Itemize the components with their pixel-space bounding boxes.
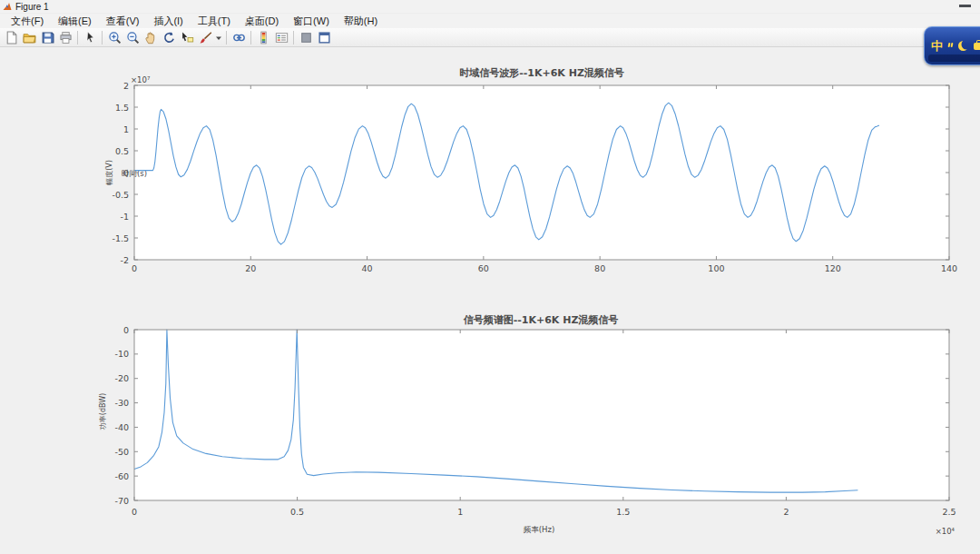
ime-gloss [928, 54, 980, 62]
toolbox-icon[interactable] [974, 43, 980, 50]
menu-item-window[interactable]: 窗口(W) [286, 14, 337, 29]
y-tick-label: 0 [123, 325, 129, 335]
y-tick-label: -1.5 [112, 233, 129, 243]
data-cursor-icon [181, 31, 194, 45]
save-icon [41, 31, 54, 45]
spectrum-plot[interactable]: 频率(Hz)00.511.522.5-70-60-50-40-30-20-100… [99, 314, 956, 536]
x-tick-label: 120 [825, 263, 841, 273]
dock-figure-icon [299, 31, 313, 45]
y-tick-label: -0.5 [112, 190, 129, 200]
menu-item-help[interactable]: 帮助(H) [337, 14, 385, 29]
menu-item-insert[interactable]: 插入(I) [146, 14, 190, 29]
insert-legend-icon [275, 31, 289, 45]
brush-button[interactable] [196, 29, 214, 45]
plot-background [134, 330, 949, 500]
chevron-down-icon [215, 31, 222, 45]
print-button[interactable] [56, 29, 74, 45]
figure-canvas: 时间(s)020406080100120140-2-1.5-1-0.500.51… [0, 0, 980, 554]
x-tick-label: 140 [941, 263, 957, 273]
y-tick-label: -20 [114, 373, 129, 383]
y-tick-label: -10 [114, 349, 129, 359]
undock-figure-icon [318, 31, 331, 45]
x-tick-label: 20 [245, 263, 256, 273]
y-tick-label: -1 [121, 212, 129, 222]
window-title: Figure 1 [15, 2, 49, 12]
toolbar-separator [293, 31, 294, 45]
x-tick-label: 1 [457, 507, 463, 517]
ime-mode-chinese[interactable]: 中 [931, 40, 943, 52]
brush-icon [199, 31, 212, 45]
x-tick-label: 2.5 [942, 507, 956, 517]
x-tick-label: 60 [478, 263, 489, 273]
y-tick-label: -60 [114, 471, 129, 481]
y-tick-label: 0 [123, 168, 129, 178]
y-tick-label: 1.5 [115, 103, 129, 113]
y-tick-label: 0.5 [115, 146, 129, 156]
brush-dropdown-button[interactable] [214, 29, 223, 45]
rotate-3d-button[interactable] [160, 29, 178, 45]
open-folder-button[interactable] [20, 29, 38, 45]
rotate-3d-icon [162, 31, 176, 45]
time-domain-plot[interactable]: 时间(s)020406080100120140-2-1.5-1-0.500.51… [105, 67, 957, 273]
matlab-icon [3, 2, 12, 11]
save-button[interactable] [38, 29, 56, 45]
toolbar-separator [102, 31, 103, 45]
open-folder-icon [23, 31, 36, 45]
pointer-icon [83, 31, 97, 45]
menu-bar: 文件(F)编辑(E)查看(V)插入(I)工具(T)桌面(D)窗口(W)帮助(H) [0, 14, 980, 28]
y-tick-label: -40 [114, 422, 129, 432]
y-axis-label: 功率(dBW) [99, 393, 107, 430]
plot-title: 信号频谱图--1K+6K HZ混频信号 [463, 314, 619, 326]
x-tick-label: 100 [708, 263, 724, 273]
x-tick-label: 0.5 [290, 507, 304, 517]
link-plots-button[interactable] [230, 29, 248, 45]
insert-colorbar-icon [257, 31, 270, 45]
zoom-out-icon [126, 31, 140, 45]
insert-colorbar-button[interactable] [254, 29, 272, 45]
x-tick-label: 2 [783, 507, 789, 517]
minimize-button[interactable] [959, 5, 971, 7]
toolbar-separator [250, 31, 251, 45]
menu-item-tools[interactable]: 工具(T) [191, 14, 238, 29]
dock-figure-button[interactable] [297, 29, 315, 45]
toolbar [0, 28, 980, 47]
zoom-in-icon [108, 31, 122, 45]
new-document-icon [5, 31, 18, 45]
ime-toolbar[interactable]: 中 [924, 26, 980, 65]
y-tick-label: -30 [114, 398, 129, 408]
menu-item-file[interactable]: 文件(F) [4, 14, 51, 29]
y-tick-label: 1 [123, 124, 129, 134]
x-axis-label: 频率(Hz) [524, 525, 555, 534]
toolbar-separator [226, 31, 227, 45]
insert-legend-button[interactable] [272, 29, 290, 45]
x-tick-label: 0 [132, 263, 137, 273]
new-document-button[interactable] [2, 29, 20, 45]
pointer-button[interactable] [81, 29, 99, 45]
menu-item-desktop[interactable]: 桌面(D) [238, 14, 286, 29]
y-axis-label: 幅度(V) [105, 160, 113, 185]
y-tick-label: -70 [114, 496, 129, 506]
link-plots-icon [232, 31, 246, 45]
x-tick-label: 40 [362, 263, 373, 273]
x-tick-label: 1.5 [616, 507, 630, 517]
moon-icon[interactable] [958, 41, 968, 51]
undock-figure-button[interactable] [315, 29, 333, 45]
pan-button[interactable] [142, 29, 160, 45]
x-tick-label: 80 [594, 263, 605, 273]
apostrophe-icon[interactable] [948, 43, 953, 50]
data-cursor-button[interactable] [178, 29, 196, 45]
zoom-out-button[interactable] [123, 29, 142, 45]
y-exponent-label: ×10⁷ [131, 75, 151, 84]
y-tick-label: 2 [123, 81, 129, 91]
plot-background [134, 85, 949, 260]
y-tick-label: -50 [114, 447, 129, 457]
print-icon [59, 31, 73, 45]
menu-item-view[interactable]: 查看(V) [99, 14, 147, 29]
toolbar-separator [77, 31, 78, 45]
pan-hand-icon [144, 31, 158, 45]
zoom-in-button[interactable] [105, 29, 123, 45]
menu-item-edit[interactable]: 编辑(E) [51, 14, 99, 29]
x-tick-label: 0 [132, 507, 137, 517]
titlebar: Figure 1 [0, 0, 980, 14]
x-exponent-label: ×10⁴ [936, 527, 956, 536]
